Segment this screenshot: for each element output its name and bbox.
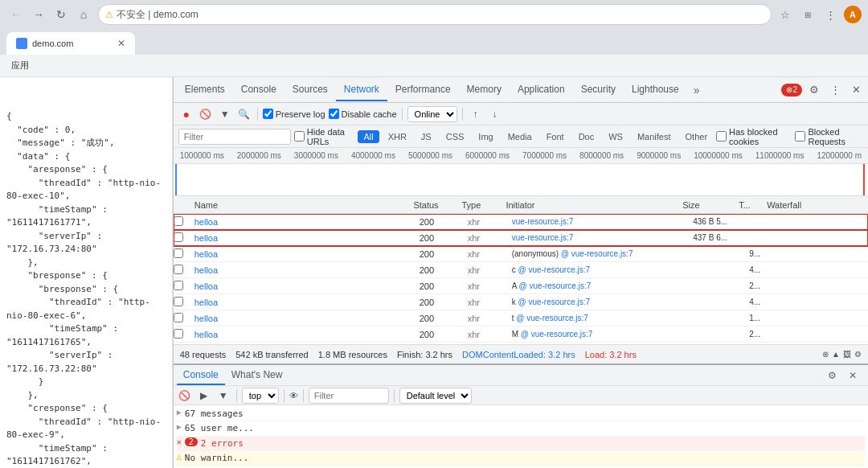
table-row[interactable]: helloa 200 xhr A @ vue-resource.js:7 2..… [174, 278, 868, 294]
row-name[interactable]: helloa [191, 217, 416, 227]
console-level-select[interactable]: Default levels ▼ [399, 388, 472, 404]
row-checkbox[interactable] [174, 297, 191, 308]
search-icon[interactable]: 🔍 [236, 106, 252, 122]
tab-close-icon[interactable]: ✕ [117, 38, 125, 49]
table-row[interactable]: helloa 200 xhr (anonymous) @ vue-resourc… [174, 246, 868, 262]
filter-chip-doc[interactable]: Doc [573, 130, 600, 143]
has-blocked-checkbox[interactable]: Has blocked cookies [716, 127, 792, 146]
row-name[interactable]: helloa [191, 330, 416, 339]
preserve-log-checkbox[interactable]: Preserve log [263, 109, 326, 119]
table-row[interactable]: helloa 200 xhr t @ vue-resource.js:7 1..… [174, 310, 868, 326]
profile-avatar[interactable]: A [844, 6, 862, 23]
filter-chip-js[interactable]: JS [416, 130, 437, 143]
home-button[interactable]: ⌂ [74, 5, 93, 24]
row-checkbox[interactable] [174, 265, 191, 276]
col-status-header[interactable]: Status [410, 200, 458, 210]
table-row[interactable]: helloa 200 xhr M @ vue-resource.js:7 2..… [174, 326, 868, 343]
row-initiator[interactable]: M @ vue-resource.js:7 [509, 330, 690, 339]
table-row[interactable]: helloa 200 xhr k @ vue-resource.js:7 4..… [174, 294, 868, 310]
row-initiator[interactable]: vue-resource.js:7 [509, 233, 690, 242]
forward-button[interactable]: → [29, 5, 48, 24]
console-warning-item[interactable]: △ No warnin... [177, 451, 865, 466]
devtools-settings-icon[interactable]: ⚙ [805, 81, 823, 99]
filter-chip-other[interactable]: Other [680, 130, 714, 143]
disable-cache-checkbox[interactable]: Disable cache [329, 109, 397, 119]
tab-console[interactable]: Console [233, 79, 285, 101]
console-context-select[interactable]: top [242, 388, 279, 404]
filter-chip-css[interactable]: CSS [440, 130, 470, 143]
active-tab[interactable]: demo.com ✕ [6, 32, 135, 55]
record-button[interactable]: ● [178, 106, 194, 122]
filter-chip-manifest[interactable]: Manifest [632, 130, 677, 143]
filter-chip-media[interactable]: Media [502, 130, 538, 143]
row-checkbox[interactable] [174, 232, 191, 244]
back-button[interactable]: ← [6, 5, 26, 24]
console-error-item[interactable]: ✕ 2 2 errors [177, 437, 865, 451]
devtools-close-icon[interactable]: ✕ [847, 81, 865, 99]
tab-memory[interactable]: Memory [459, 79, 510, 101]
table-row[interactable]: helloa 200 xhr vue-resource.js:7 436 B 5… [174, 214, 868, 230]
row-initiator[interactable]: A @ vue-resource.js:7 [509, 281, 690, 290]
export-button[interactable]: ↓ [487, 106, 503, 122]
row-checkbox[interactable] [174, 281, 191, 292]
tab-performance[interactable]: Performance [387, 79, 459, 101]
throttle-select[interactable]: Online [407, 106, 457, 122]
row-checkbox[interactable] [174, 329, 191, 340]
console-clear-button[interactable]: 🚫 [177, 388, 193, 404]
blocked-requests-checkbox[interactable]: Blocked Requests [795, 127, 863, 146]
col-time-header[interactable]: T... [735, 200, 764, 210]
bookmark-icon[interactable]: ☆ [776, 6, 794, 23]
console-close-icon[interactable]: ✕ [844, 367, 862, 384]
filter-chip-xhr[interactable]: XHR [383, 130, 412, 143]
reload-button[interactable]: ↻ [51, 5, 71, 24]
more-tabs-icon[interactable]: » [687, 79, 706, 101]
extensions-icon[interactable]: ⊞ [799, 6, 817, 23]
row-initiator[interactable]: k @ vue-resource.js:7 [509, 298, 690, 306]
tab-network[interactable]: Network [336, 79, 387, 101]
tab-console-bottom[interactable]: Console [177, 366, 225, 385]
expand-user-icon[interactable]: ▶ [177, 422, 182, 431]
row-name[interactable]: helloa [191, 298, 416, 307]
browser-menu-icon[interactable]: ⋮ [821, 6, 839, 23]
console-collapse-button[interactable]: ▼ [215, 388, 231, 404]
row-name[interactable]: helloa [191, 233, 416, 243]
row-name[interactable]: helloa [191, 265, 416, 275]
expand-messages-icon[interactable]: ▶ [177, 408, 182, 417]
row-initiator[interactable]: (anonymous) @ vue-resource.js:7 [509, 249, 690, 258]
clear-button[interactable]: 🚫 [198, 106, 214, 122]
filter-chip-ws[interactable]: WS [603, 130, 628, 143]
devtools-more-icon[interactable]: ⋮ [826, 81, 844, 99]
col-name-header[interactable]: Name [191, 200, 411, 210]
filter-chip-all[interactable]: All [358, 130, 379, 143]
console-eye-icon[interactable]: 👁 [289, 391, 298, 400]
hide-data-urls-checkbox[interactable]: Hide data URLs [294, 127, 355, 146]
row-name[interactable]: helloa [191, 281, 416, 291]
tab-security[interactable]: Security [573, 79, 624, 101]
console-expand-button[interactable]: ▶ [196, 388, 212, 404]
console-settings-icon[interactable]: ⚙ [823, 367, 841, 384]
row-initiator[interactable]: c @ vue-resource.js:7 [509, 265, 690, 274]
row-initiator[interactable]: t @ vue-resource.js:7 [509, 314, 690, 322]
address-bar[interactable]: ⚠ 不安全 | demo.com [98, 4, 772, 25]
col-type-header[interactable]: Type [458, 200, 502, 210]
filter-input[interactable] [178, 129, 291, 145]
tab-whats-new[interactable]: What's New [225, 366, 289, 385]
col-waterfall-header[interactable]: Waterfall [764, 200, 855, 210]
tab-lighthouse[interactable]: Lighthouse [624, 79, 687, 101]
col-size-header[interactable]: Size [679, 200, 735, 210]
row-name[interactable]: helloa [191, 314, 416, 323]
row-checkbox[interactable] [174, 216, 191, 228]
filter-chip-font[interactable]: Font [541, 130, 570, 143]
table-row[interactable]: helloa 200 xhr c @ vue-resource.js:7 4..… [174, 262, 868, 278]
tab-sources[interactable]: Sources [285, 79, 336, 101]
import-button[interactable]: ↑ [468, 106, 484, 122]
filter-chip-img[interactable]: Img [473, 130, 498, 143]
console-filter-input[interactable] [309, 388, 389, 404]
col-initiator-header[interactable]: Initiator [502, 200, 679, 210]
table-row[interactable]: helloa 200 xhr vue-resource.js:7 437 B 6… [174, 230, 868, 246]
tab-application[interactable]: Application [510, 79, 573, 101]
console-messages-item[interactable]: ▶ 67 messages [177, 407, 865, 421]
tab-elements[interactable]: Elements [177, 79, 233, 101]
row-initiator[interactable]: vue-resource.js:7 [509, 217, 690, 226]
row-checkbox[interactable] [174, 313, 191, 324]
